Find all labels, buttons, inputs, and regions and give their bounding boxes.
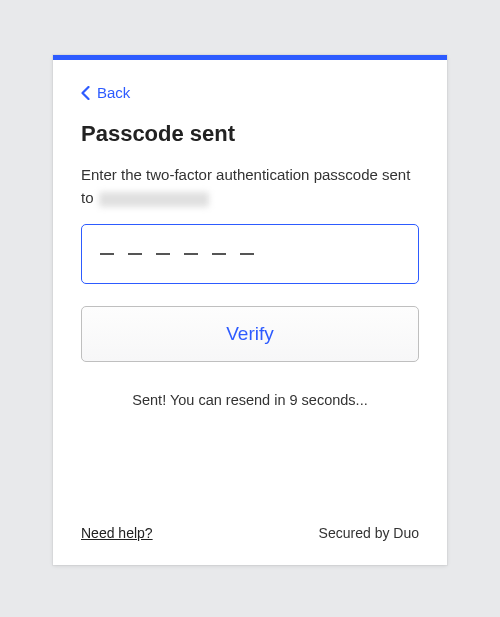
chevron-left-icon [81, 86, 90, 100]
instruction-text: Enter the two-factor authentication pass… [81, 163, 419, 210]
help-link[interactable]: Need help? [81, 525, 153, 541]
passcode-slot [212, 253, 226, 255]
page-title: Passcode sent [81, 121, 419, 147]
back-label: Back [97, 84, 130, 101]
auth-card: Back Passcode sent Enter the two-factor … [53, 55, 447, 565]
passcode-slot [156, 253, 170, 255]
card-footer: Need help? Secured by Duo [81, 525, 419, 541]
resend-status: Sent! You can resend in 9 seconds... [81, 392, 419, 408]
back-link[interactable]: Back [81, 84, 130, 101]
passcode-slot [100, 253, 114, 255]
passcode-slot [128, 253, 142, 255]
verify-button[interactable]: Verify [81, 306, 419, 362]
destination-redacted [99, 192, 209, 207]
passcode-slot [240, 253, 254, 255]
passcode-input[interactable] [81, 224, 419, 284]
secured-by-label: Secured by Duo [319, 525, 419, 541]
passcode-slot [184, 253, 198, 255]
